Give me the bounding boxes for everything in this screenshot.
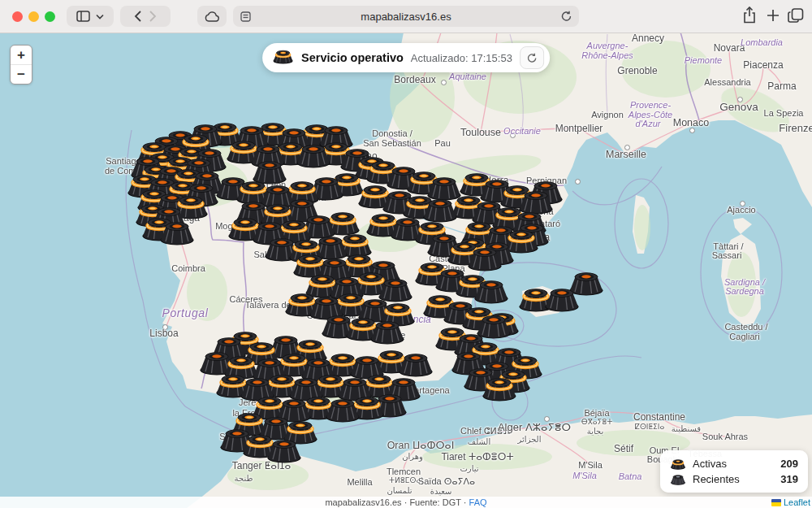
city-dot	[162, 324, 168, 330]
beacon-marker[interactable]	[158, 219, 196, 245]
leaflet-attribution: Leaflet	[771, 497, 810, 508]
legend-value: 319	[780, 473, 798, 485]
share-icon[interactable]	[742, 7, 757, 24]
beacon-marker[interactable]	[324, 397, 361, 423]
beacon-active-icon	[670, 458, 686, 470]
nav-button-group	[120, 6, 171, 27]
attribution-text: mapabalizasv16.es · Fuente: DGT · FAQ	[0, 497, 812, 508]
beacon-marker[interactable]	[266, 437, 303, 463]
icloud-button[interactable]	[197, 6, 227, 27]
sidebar-icon[interactable]	[76, 11, 90, 22]
city-dot	[689, 128, 695, 133]
zoom-out-button[interactable]: −	[11, 65, 32, 84]
leaflet-link[interactable]: Leaflet	[784, 497, 810, 508]
new-tab-icon[interactable]	[767, 7, 780, 24]
city-dot	[575, 179, 581, 185]
cloud-icon	[205, 11, 219, 22]
beacon-marker[interactable]	[397, 351, 434, 377]
close-window-button[interactable]	[12, 11, 23, 22]
legend-label: Activas	[693, 458, 727, 470]
legend-label: Recientes	[693, 473, 740, 485]
beacon-marker[interactable]	[369, 319, 406, 345]
attribution-site: mapabalizasv16.es	[325, 497, 401, 507]
sidebar-button-group	[67, 6, 114, 27]
page-settings-icon[interactable]	[240, 11, 251, 22]
legend-row: Activas209	[670, 456, 798, 471]
map[interactable]: BordeauxToulouseMontpellierMarseilleAvig…	[0, 33, 812, 508]
beacon-recent-icon	[670, 474, 686, 485]
beacon-icon	[272, 49, 294, 67]
beacon-marker[interactable]	[481, 376, 518, 402]
beacon-marker[interactable]	[543, 286, 581, 312]
url-text: mapabalizasv16.es	[251, 11, 561, 23]
tab-overview-icon[interactable]	[788, 7, 804, 24]
faq-link[interactable]: FAQ	[469, 497, 487, 507]
city-dot	[737, 97, 743, 102]
app-window: mapabalizasv16.es	[0, 0, 812, 508]
browser-toolbar: mapabalizasv16.es	[0, 0, 812, 33]
back-button-icon[interactable]	[134, 11, 141, 22]
attribution-bar: mapabalizasv16.es · Fuente: DGT · FAQ Le…	[0, 497, 812, 508]
refresh-button[interactable]	[520, 46, 544, 69]
city-dot	[740, 201, 745, 206]
ukraine-flag-icon	[771, 499, 781, 506]
beacon-marker[interactable]	[295, 142, 332, 168]
city-dot	[544, 416, 550, 422]
status-title: Servicio operativo	[301, 51, 404, 64]
attribution-source: Fuente: DGT	[409, 497, 460, 507]
reload-icon[interactable]	[561, 11, 572, 22]
address-bar[interactable]: mapabalizasv16.es	[233, 6, 579, 27]
city-dot	[624, 145, 630, 150]
map-zoom-control: + −	[10, 45, 32, 85]
legend: Activas209Recientes319	[660, 450, 808, 493]
minimize-window-button[interactable]	[28, 11, 39, 22]
status-updated-time: Actualizado: 17:15:53	[411, 52, 512, 64]
beacon-marker[interactable]	[466, 245, 503, 271]
zoom-in-button[interactable]: +	[11, 46, 32, 65]
map-basemap	[0, 33, 812, 508]
status-pill: Servicio operativo Actualizado: 17:15:53	[262, 43, 550, 72]
forward-button-icon[interactable]	[149, 11, 157, 22]
legend-value: 209	[780, 458, 798, 470]
legend-row: Recientes319	[670, 471, 798, 487]
city-dot	[510, 132, 516, 138]
city-dot	[441, 80, 447, 85]
chevron-down-icon[interactable]	[96, 14, 104, 20]
maximize-window-button[interactable]	[45, 11, 55, 22]
